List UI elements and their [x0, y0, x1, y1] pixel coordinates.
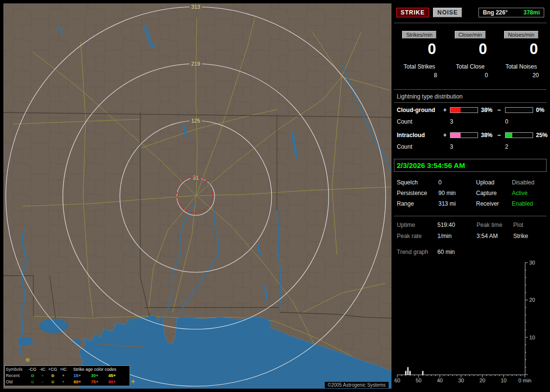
- uptime-label: Uptime: [397, 222, 437, 229]
- neg-ic-old-icon: −: [38, 379, 47, 385]
- count-label: Count: [397, 143, 443, 150]
- neg-ic-recent-icon: −: [38, 373, 47, 379]
- receiver-label: Receiver: [476, 200, 512, 208]
- intracloud-minus-bar: [505, 132, 533, 138]
- svg-text:60: 60: [394, 378, 400, 383]
- map-svg: 313 219 125 31 ⊖ +: [3, 3, 391, 389]
- datetime-display: 2/3/2026 3:54:56 AM: [394, 159, 547, 172]
- trend-graph-label: Trend graph: [397, 249, 437, 256]
- stats-grid: Uptime 519:40 Peak time Plot Peak rate 1…: [397, 222, 545, 240]
- pos-ic-recent-icon: +: [58, 373, 69, 379]
- svg-text:50: 50: [416, 378, 421, 383]
- rate-buttons-row: Strikes/min Close/min Noises/min: [394, 31, 547, 39]
- svg-text:10: 10: [501, 378, 507, 383]
- bar-fill: [450, 108, 461, 112]
- count-label: Count: [397, 118, 443, 125]
- peak-rate-label: Peak rate: [397, 233, 437, 240]
- strike-button[interactable]: STRIKE: [396, 8, 429, 17]
- close-per-min-value: 0: [445, 41, 495, 57]
- peak-rate-value: 1/min: [437, 233, 477, 240]
- intracloud-plus-pct: 38%: [479, 132, 497, 139]
- noises-per-min-value: 0: [496, 41, 547, 57]
- strike-marker: +: [131, 378, 135, 385]
- lightning-distribution-section: Lightning type distribution Cloud-ground…: [394, 93, 547, 150]
- bearing-value: Bng 226°: [483, 9, 507, 16]
- distribution-title: Lightning type distribution: [394, 93, 547, 103]
- uptime-value: 519:40: [437, 222, 477, 229]
- map-view[interactable]: 313 219 125 31 ⊖ + Symbols -CG -IC +CG +…: [3, 3, 391, 389]
- age-code-15: 15+: [69, 373, 86, 379]
- intracloud-plus-bar: [450, 132, 478, 138]
- age-code-60: 60+: [69, 379, 86, 385]
- upload-value: Disabled: [512, 179, 545, 186]
- cloud-ground-minus-count: 0: [505, 118, 534, 125]
- cloud-ground-minus-pct: 0%: [534, 107, 547, 113]
- intracloud-minus-count: 2: [505, 143, 534, 150]
- intracloud-minus-pct: 25%: [534, 132, 548, 139]
- pos-ic-old-icon: +: [58, 379, 69, 385]
- neg-cg-old-icon: ⊖: [27, 379, 38, 385]
- ring-label-125: 125: [191, 118, 200, 124]
- copyright-label: ©2005 Astrogenic Systems: [325, 382, 389, 388]
- map-legend: Symbols -CG -IC +CG +IC Strike age color…: [4, 365, 130, 386]
- cloud-ground-plus-pct: 38%: [479, 107, 497, 113]
- total-close-value: 0: [445, 72, 495, 79]
- legend-old-label: Old: [6, 379, 27, 385]
- panel-header: STRIKE NOISE Bng 226° 378mi: [396, 8, 544, 17]
- strike-marker: ⊖: [25, 357, 29, 363]
- total-noises-label: Total Noises: [496, 63, 547, 70]
- settings-grid: Squelch 0 Upload Disabled Persistence 90…: [397, 179, 545, 208]
- legend-recent-label: Recent: [6, 373, 27, 379]
- plus-sign: +: [443, 132, 450, 139]
- cloud-ground-label: Cloud-ground: [397, 107, 443, 113]
- age-code-75: 75+: [86, 379, 103, 385]
- neg-cg-recent-icon: ⊖: [27, 373, 38, 379]
- legend-recent-row: Recent ⊖ − ⊕ + 15+ 30+ 45+: [6, 373, 129, 379]
- total-noises-value: 20: [496, 72, 547, 79]
- bearing-range: 378mi: [523, 9, 540, 16]
- range-label: Range: [397, 200, 438, 208]
- legend-col-neg-ic: -IC: [38, 366, 47, 373]
- total-strikes-label: Total Strikes: [394, 63, 445, 70]
- receiver-value: Enabled: [512, 200, 545, 208]
- noises-per-min-button[interactable]: Noises/min: [504, 31, 538, 39]
- svg-text:0 min: 0 min: [519, 378, 532, 383]
- plot-value: Strike: [513, 233, 545, 240]
- minus-sign: −: [497, 132, 505, 139]
- peak-time-value: 3:54 AM: [477, 233, 513, 240]
- close-per-min-button[interactable]: Close/min: [455, 31, 486, 39]
- legend-age-header: Strike age color codes: [69, 366, 121, 373]
- age-code-30: 30+: [86, 373, 103, 379]
- capture-label: Capture: [476, 190, 512, 197]
- cloud-ground-row: Cloud-ground + 38% − 0%: [394, 107, 547, 113]
- range-value: 313 mi: [438, 200, 476, 208]
- total-strikes-value: 8: [394, 72, 445, 79]
- ring-label-219: 219: [191, 61, 200, 67]
- cloud-ground-plus-bar: [450, 107, 478, 113]
- noise-button[interactable]: NOISE: [433, 8, 462, 17]
- svg-text:40: 40: [437, 378, 443, 383]
- bearing-display: Bng 226° 378mi: [478, 8, 544, 17]
- divider: [394, 23, 547, 23]
- squelch-value: 0: [438, 179, 476, 186]
- svg-text:20: 20: [479, 378, 485, 383]
- strikes-per-min-button[interactable]: Strikes/min: [402, 31, 436, 39]
- legend-col-pos-ic: +IC: [58, 366, 69, 373]
- plus-sign: +: [443, 107, 450, 113]
- squelch-label: Squelch: [397, 179, 438, 186]
- totals-values-row: 8 0 20: [394, 72, 547, 79]
- persistence-label: Persistence: [397, 190, 438, 197]
- total-close-label: Total Close: [445, 63, 495, 70]
- ring-label-313: 313: [191, 4, 200, 10]
- pos-cg-old-icon: ⊕: [47, 379, 58, 385]
- upload-label: Upload: [476, 179, 512, 186]
- persistence-value: 90 min: [438, 190, 476, 197]
- cloud-ground-plus-count: 3: [450, 118, 479, 125]
- trend-graph: 6050403020100 min302010: [394, 258, 547, 388]
- age-code-45: 45+: [103, 373, 121, 379]
- strikes-per-min-value: 0: [394, 41, 445, 57]
- svg-text:30: 30: [529, 260, 535, 266]
- bar-fill: [450, 133, 461, 138]
- divider: [394, 216, 547, 216]
- intracloud-count-row: Count 3 2: [394, 143, 547, 150]
